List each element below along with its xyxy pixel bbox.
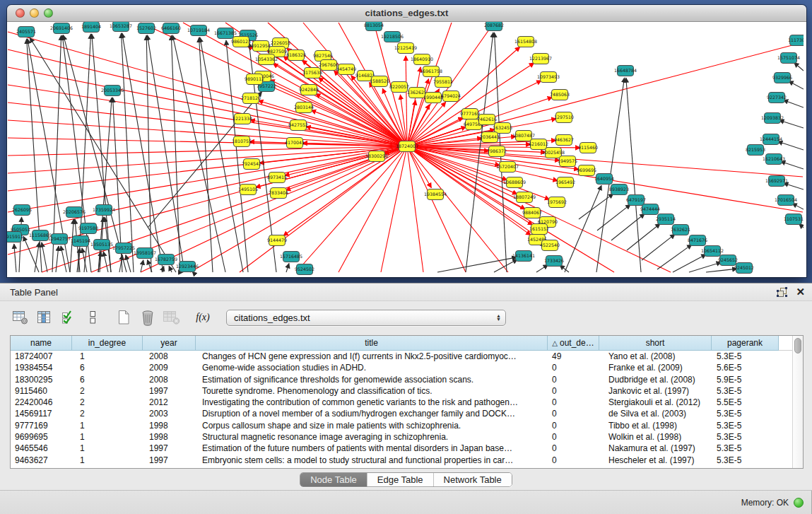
- graph-node[interactable]: 20691406: [50, 23, 73, 34]
- graph-node[interactable]: 1891404: [81, 22, 101, 33]
- graph-node[interactable]: 18300295: [365, 151, 388, 162]
- graph-node[interactable]: 8973415: [267, 173, 287, 183]
- graph-node[interactable]: 6794024: [441, 91, 461, 102]
- scrollbar-thumb[interactable]: [794, 338, 801, 354]
- graph-node[interactable]: 1965492: [555, 177, 575, 188]
- graph-node[interactable]: 3175638: [302, 68, 322, 78]
- cell-out_degree[interactable]: 0: [548, 397, 599, 408]
- cell-year[interactable]: 1998: [143, 420, 196, 431]
- graph-node[interactable]: 1588520: [370, 76, 389, 87]
- column-header-year[interactable]: year: [143, 336, 196, 351]
- graph-node[interactable]: 9860123: [231, 37, 251, 47]
- delete-table-button[interactable]: [161, 308, 182, 327]
- network-canvas[interactable]: 2405571206914061891404106532871527602646…: [7, 22, 806, 277]
- column-header-short[interactable]: short: [599, 336, 712, 351]
- cell-short[interactable]: Nakamura et al. (1997): [599, 443, 712, 454]
- cell-name[interactable]: 9699695: [11, 431, 72, 443]
- graph-node[interactable]: 8220057: [389, 82, 409, 93]
- graph-node[interactable]: 15720407: [496, 162, 519, 173]
- graph-node[interactable]: 6466160: [161, 23, 181, 34]
- table-scrollbar[interactable]: [792, 336, 803, 468]
- column-visibility-button[interactable]: [34, 308, 55, 327]
- cell-title[interactable]: Embryonic stem cells: a model to study s…: [196, 455, 548, 466]
- graph-node[interactable]: 7485063: [550, 90, 570, 100]
- cell-year[interactable]: 2008: [143, 351, 196, 362]
- graph-node[interactable]: 8813054: [364, 22, 384, 31]
- graph-node[interactable]: 10543362: [255, 54, 278, 65]
- cell-pagerank[interactable]: 5.5E-5: [712, 397, 779, 408]
- cell-year[interactable]: 1997: [143, 455, 196, 466]
- minimize-window-button[interactable]: [30, 8, 39, 18]
- graph-node[interactable]: 8454749: [336, 64, 356, 75]
- graph-node[interactable]: 10973493: [537, 72, 560, 83]
- cell-title[interactable]: Genome-wide association studies in ADHD.: [196, 362, 548, 373]
- cell-year[interactable]: 2012: [143, 397, 196, 408]
- graph-node[interactable]: 1810755: [232, 136, 252, 147]
- zoom-window-button[interactable]: [44, 8, 53, 18]
- graph-node[interactable]: 16154808: [514, 37, 537, 47]
- cell-pagerank[interactable]: 5.3E-5: [712, 385, 779, 397]
- create-new-column-button[interactable]: [113, 308, 134, 327]
- graph-node[interactable]: 16210643: [763, 154, 785, 165]
- delete-columns-button[interactable]: [137, 308, 158, 327]
- graph-node[interactable]: 9699695: [577, 165, 596, 176]
- graph-node[interactable]: 20206576: [63, 207, 86, 218]
- cell-pagerank[interactable]: 5.9E-5: [712, 374, 779, 385]
- graph-node[interactable]: 9144479: [267, 235, 287, 246]
- graph-node[interactable]: 9329966: [772, 73, 792, 83]
- graph-node[interactable]: 1949575: [558, 156, 577, 167]
- table-selector-dropdown[interactable]: citations_edges.txt ▲▼: [226, 310, 506, 326]
- cell-in_degree[interactable]: 1: [72, 431, 143, 443]
- table-row[interactable]: 946554611997Estimation of the future num…: [11, 443, 792, 454]
- graph-node[interactable]: 2803144: [294, 103, 314, 113]
- cell-out_degree[interactable]: 0: [548, 443, 599, 454]
- cell-title[interactable]: Tourette syndrome. Phenomenology and cla…: [196, 385, 548, 397]
- cell-in_degree[interactable]: 1: [72, 351, 143, 362]
- graph-node[interactable]: 12093832: [761, 113, 784, 124]
- graph-node[interactable]: 12923446: [176, 262, 199, 272]
- graph-node[interactable]: 1145194: [71, 236, 90, 247]
- graph-node[interactable]: 16648784: [614, 66, 637, 76]
- tab-edge-table[interactable]: Edge Table: [367, 473, 434, 486]
- graph-node[interactable]: 10653287: [110, 22, 132, 32]
- cell-in_degree[interactable]: 1: [72, 443, 143, 454]
- cell-name[interactable]: 19384554: [11, 362, 72, 373]
- graph-node[interactable]: 18807249: [513, 192, 536, 203]
- cell-in_degree[interactable]: 1: [72, 420, 143, 431]
- column-header-name[interactable]: name: [11, 336, 72, 351]
- graph-node[interactable]: 1221334: [233, 114, 252, 124]
- graph-node[interactable]: 17016504: [775, 195, 797, 206]
- window-titlebar[interactable]: citations_edges.txt: [7, 5, 806, 22]
- tab-network-table[interactable]: Network Table: [434, 473, 512, 486]
- cell-out_degree[interactable]: 0: [548, 385, 599, 397]
- graph-node[interactable]: 2036443: [480, 132, 500, 143]
- table-row[interactable]: 1830029562008Estimation of significance …: [11, 374, 792, 385]
- graph-node[interactable]: 7462616: [477, 115, 497, 125]
- graph-node[interactable]: 15751074: [777, 53, 800, 64]
- graph-node[interactable]: 9245652: [718, 255, 738, 266]
- graph-node[interactable]: 18640910: [411, 54, 433, 65]
- graph-node[interactable]: 6479197: [626, 195, 646, 206]
- cell-pagerank[interactable]: 5.3E-5: [712, 408, 779, 419]
- cell-name[interactable]: 9465546: [11, 443, 72, 454]
- table-row[interactable]: 977716911998Corpus callosum shape and si…: [11, 420, 792, 431]
- graph-node[interactable]: 16782759: [155, 255, 177, 265]
- graph-node[interactable]: 2626095: [12, 205, 32, 216]
- cell-short[interactable]: de Silva et al. (2003): [599, 408, 712, 419]
- cell-year[interactable]: 2009: [143, 362, 196, 373]
- graph-node[interactable]: 7955812: [433, 77, 453, 88]
- cell-short[interactable]: Yano et al. (2008): [599, 351, 712, 362]
- graph-node[interactable]: 9242848: [299, 85, 319, 95]
- function-builder-button[interactable]: f(x): [192, 308, 213, 327]
- cell-title[interactable]: Disruption of a novel member of a sodium…: [196, 408, 548, 419]
- graph-node[interactable]: 17957225: [112, 243, 135, 254]
- cell-pagerank[interactable]: 5.3E-5: [712, 351, 779, 362]
- graph-node[interactable]: 16961758: [420, 66, 442, 77]
- graph-node[interactable]: 1615152: [529, 224, 549, 235]
- cell-name[interactable]: 9463627: [11, 455, 72, 466]
- table-row[interactable]: 1872400712008Changes of HCN gene express…: [11, 351, 792, 362]
- cell-name[interactable]: 18300295: [11, 374, 72, 385]
- cell-out_degree[interactable]: 0: [548, 455, 599, 466]
- graph-node[interactable]: 18724007: [396, 141, 418, 152]
- cell-title[interactable]: Corpus callosum shape and size in male p…: [196, 420, 548, 431]
